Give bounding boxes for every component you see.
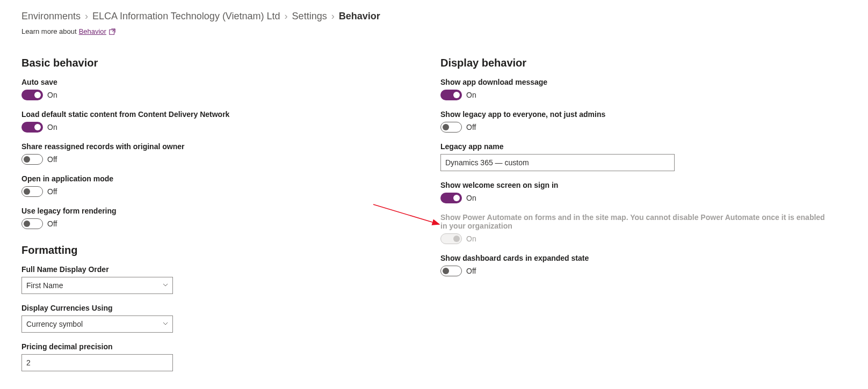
dashboard-cards-field: Show dashboard cards in expanded state O… [440,254,827,276]
chevron-right-icon: › [285,11,288,22]
dashboard-cards-toggle[interactable] [440,266,462,276]
download-msg-toggle[interactable] [440,90,462,100]
currency-display-label: Display Currencies Using [21,304,397,312]
legacy-form-state: Off [47,219,57,228]
app-mode-toggle[interactable] [21,186,43,197]
full-name-order-label: Full Name Display Order [21,265,397,274]
legacy-app-label: Show legacy app to everyone, not just ad… [440,110,827,119]
welcome-screen-label: Show welcome screen on sign in [440,181,827,189]
share-reassigned-field: Share reassigned records with original o… [21,142,397,165]
share-reassigned-state: Off [47,155,57,164]
learn-more-row: Learn more about Behavior [21,27,847,35]
breadcrumb-current: Behavior [339,11,380,22]
app-mode-state: Off [47,187,57,196]
app-mode-field: Open in application mode Off [21,174,397,197]
power-automate-state: On [466,234,476,243]
chevron-right-icon: › [85,11,88,22]
learn-more-link[interactable]: Behavior [79,27,106,35]
right-column: Display behavior Show app download messa… [440,57,827,381]
legacy-form-label: Use legacy form rendering [21,207,397,215]
cdn-label: Load default static content from Content… [21,110,397,119]
pricing-precision-field: Pricing decimal precision [21,342,397,371]
legacy-app-name-field: Legacy app name [440,142,827,171]
dashboard-cards-state: Off [466,267,476,275]
breadcrumb-org[interactable]: ELCA Information Technology (Vietnam) Lt… [92,11,280,22]
full-name-order-field: Full Name Display Order [21,265,397,294]
app-mode-label: Open in application mode [21,174,397,183]
download-msg-field: Show app download message On [440,78,827,100]
breadcrumb: Environments › ELCA Information Technolo… [21,11,847,22]
breadcrumb-environments[interactable]: Environments [21,11,81,22]
legacy-app-field: Show legacy app to everyone, not just ad… [440,110,827,133]
auto-save-field: Auto save On [21,78,397,100]
legacy-form-toggle[interactable] [21,218,43,229]
dashboard-cards-label: Show dashboard cards in expanded state [440,254,827,262]
welcome-screen-state: On [466,194,476,202]
basic-behavior-heading: Basic behavior [21,57,397,69]
legacy-app-state: Off [466,123,476,131]
currency-display-field: Display Currencies Using [21,304,397,333]
share-reassigned-toggle[interactable] [21,154,43,165]
auto-save-toggle[interactable] [21,90,43,100]
cdn-state: On [47,123,57,131]
welcome-screen-toggle[interactable] [440,193,462,203]
download-msg-state: On [466,91,476,99]
pricing-precision-label: Pricing decimal precision [21,342,397,351]
cdn-toggle[interactable] [21,122,43,133]
learn-more-prefix: Learn more about [21,27,77,35]
formatting-heading: Formatting [21,244,397,256]
auto-save-label: Auto save [21,78,397,86]
cdn-field: Load default static content from Content… [21,110,397,133]
power-automate-label: Show Power Automate on forms and in the … [440,213,827,230]
welcome-screen-field: Show welcome screen on sign in On [440,181,827,203]
left-column: Basic behavior Auto save On Load default… [21,57,397,381]
auto-save-state: On [47,91,57,99]
legacy-app-name-label: Legacy app name [440,142,827,151]
power-automate-field: Show Power Automate on forms and in the … [440,213,827,244]
share-reassigned-label: Share reassigned records with original o… [21,142,397,151]
pricing-precision-input[interactable] [21,354,173,371]
power-automate-toggle [440,233,462,244]
legacy-app-name-input[interactable] [440,154,675,171]
breadcrumb-settings[interactable]: Settings [292,11,327,22]
legacy-app-toggle[interactable] [440,122,462,133]
display-behavior-heading: Display behavior [440,57,827,69]
full-name-order-select[interactable] [21,277,173,294]
download-msg-label: Show app download message [440,78,827,86]
currency-display-select[interactable] [21,315,173,333]
legacy-form-field: Use legacy form rendering Off [21,207,397,229]
chevron-right-icon: › [331,11,335,22]
external-link-icon [108,28,116,35]
